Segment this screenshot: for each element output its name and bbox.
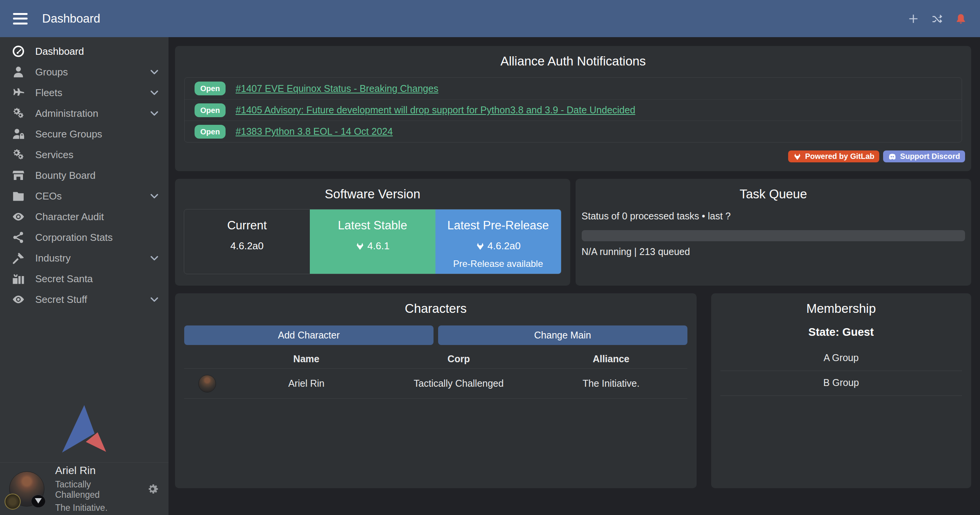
change-main-button[interactable]: Change Main [438,325,687,345]
notification-link[interactable]: #1407 EVE Equinox Status - Breaking Chan… [236,83,438,94]
membership-card: Membership State: Guest A Group B Group [711,293,972,488]
sidebar-item-label: Groups [35,66,68,78]
chevron-down-icon [149,108,160,119]
user-corporation: Tactically Challenged [55,479,135,500]
sidebar-item-label: Fleets [35,87,62,99]
sidebar-item-label: Secure Groups [35,128,102,140]
membership-group-row: B Group [720,371,962,396]
sidebar-item-secret-stuff[interactable]: Secret Stuff [0,289,169,310]
navbar-actions [907,13,967,25]
sidebar: Dashboard Groups Fleets Administration S… [0,37,169,515]
corp-logo-badge [5,494,21,510]
version-columns: Current 4.6.2a0 Latest Stable 4.6.1 Late… [184,209,561,274]
user-lock-icon [11,127,25,141]
user-name: Ariel Rin [55,464,135,477]
status-badge: Open [195,103,226,117]
sidebar-item-secure-groups[interactable]: Secure Groups [0,124,169,144]
character-avatar-cell [184,375,230,392]
sidebar-item-bounty-board[interactable]: Bounty Board [0,165,169,186]
software-version-card: Software Version Current 4.6.2a0 Latest … [175,179,570,286]
task-queue-progress-bar [582,230,965,241]
second-row: Software Version Current 4.6.2a0 Latest … [175,179,971,286]
version-latest-prerelease: Latest Pre-Release 4.6.2a0 Pre-Release a… [435,209,561,274]
sidebar-item-label: Corporation Stats [35,232,113,244]
sidebar-item-label: Dashboard [35,46,84,57]
notification-link[interactable]: #1383 Python 3.8 EOL - 14 Oct 2024 [236,126,393,137]
notification-item: Open #1407 EVE Equinox Status - Breaking… [185,78,962,99]
sidebar-item-groups[interactable]: Groups [0,62,169,82]
chevron-down-icon [149,252,160,264]
sidebar-item-label: Services [35,149,74,161]
share-icon [11,231,25,244]
version-latest-stable: Latest Stable 4.6.1 [310,209,435,274]
header-alliance: Alliance [535,353,687,365]
prerelease-note: Pre-Release available [435,258,561,269]
character-corp: Tactically Challenged [383,378,535,389]
status-badge: Open [195,82,226,95]
gears-icon [11,106,25,120]
gitlab-icon [793,152,802,161]
version-stable-number: 4.6.1 [310,240,435,252]
gitlab-badge-label: Powered by GitLab [805,152,874,161]
version-stable-label: Latest Stable [310,219,435,232]
notifications-list: Open #1407 EVE Equinox Status - Breaking… [184,77,962,142]
powered-by-gitlab-badge[interactable]: Powered by GitLab [788,150,879,162]
header-corp: Corp [383,353,535,365]
add-character-icon[interactable] [907,13,919,25]
sidebar-item-fleets[interactable]: Fleets [0,82,169,103]
store-icon [11,168,25,182]
switch-character-icon[interactable] [931,13,943,25]
characters-table: Name Corp Alliance Ariel Rin Tactically … [184,350,687,399]
membership-state: State: Guest [720,326,962,338]
character-table-row: Ariel Rin Tactically Challenged The Init… [184,369,687,399]
gauge-icon [11,44,25,58]
user-avatar [9,471,44,507]
task-queue-card: Task Queue Status of 0 processed tasks •… [576,179,971,286]
membership-groups-list: A Group B Group [720,346,962,396]
user-icon [11,65,25,79]
task-queue-running-text: N/A running | 213 queued [582,246,965,257]
alliance-auth-logo [0,404,169,454]
hamburger-menu-icon[interactable] [13,13,28,25]
sidebar-item-industry[interactable]: Industry [0,248,169,268]
sidebar-item-label: CEOs [35,190,62,202]
sidebar-item-ceos[interactable]: CEOs [0,186,169,206]
notifications-bell-icon[interactable] [955,13,967,25]
sidebar-item-label: Industry [35,252,71,264]
hammer-icon [11,251,25,265]
user-settings-gear-icon[interactable] [146,482,159,496]
sidebar-item-services[interactable]: Services [0,144,169,165]
sidebar-item-corporation-stats[interactable]: Corporation Stats [0,227,169,248]
alliance-logo-badge [31,495,46,508]
gears-icon [11,148,25,162]
chevron-down-icon [149,190,160,202]
jet-icon [11,86,25,100]
chevron-down-icon [149,87,160,98]
sidebar-item-label: Administration [35,108,98,119]
sidebar-nav-list: Dashboard Groups Fleets Administration S… [0,37,169,310]
character-avatar [198,375,216,392]
characters-card: Characters Add Character Change Main Nam… [175,293,697,488]
task-queue-status-text: Status of 0 processed tasks • last ? [582,211,965,222]
notifications-title: Alliance Auth Notifications [184,46,962,69]
version-current-label: Current [184,219,310,232]
characters-buttons: Add Character Change Main [184,325,687,345]
sidebar-item-label: Bounty Board [35,170,96,181]
sidebar-item-label: Secret Stuff [35,294,87,306]
add-character-button[interactable]: Add Character [184,325,434,345]
sidebar-item-dashboard[interactable]: Dashboard [0,41,169,62]
sidebar-item-administration[interactable]: Administration [0,103,169,124]
user-info: Ariel Rin Tactically Challenged The Init… [55,464,135,513]
support-discord-badge[interactable]: Support Discord [883,150,965,162]
page-title: Dashboard [42,12,100,26]
sidebar-item-character-audit[interactable]: Character Audit [0,206,169,227]
character-alliance: The Initiative. [535,378,687,389]
main-content: Alliance Auth Notifications Open #1407 E… [169,37,980,515]
characters-title: Characters [184,293,687,316]
characters-table-header: Name Corp Alliance [184,350,687,369]
version-prerelease-label: Latest Pre-Release [435,219,561,232]
software-version-title: Software Version [175,179,570,201]
gitlab-icon [476,242,485,251]
notification-link[interactable]: #1405 Advisory: Future development will … [236,105,635,116]
sidebar-item-secret-santa[interactable]: Secret Santa [0,268,169,289]
